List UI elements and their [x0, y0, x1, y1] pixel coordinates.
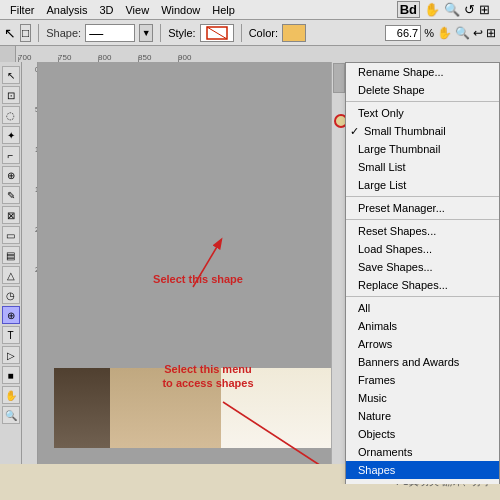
menu-item[interactable]: Rename Shape...: [346, 63, 499, 81]
menu-item[interactable]: Frames: [346, 371, 499, 389]
menu-window[interactable]: Window: [155, 2, 206, 18]
shape-label: Shape:: [46, 27, 81, 39]
main-area: ↖ ⊡ ◌ ✦ ⌐ ⊕ ✎ ⊠ ▭ ▤ △ ◷ ⊕ T ▷ ■ ✋ 🔍 0 50…: [0, 62, 500, 484]
clone-tool[interactable]: ⊠: [2, 206, 20, 224]
ruler-v-250: 250: [22, 264, 37, 304]
menu-item[interactable]: Arrows: [346, 335, 499, 353]
menu-item[interactable]: Replace Shapes...: [346, 276, 499, 294]
ruler-tick-800: 800: [98, 53, 138, 62]
select-icon: ↖: [4, 25, 16, 41]
text-tool[interactable]: T: [2, 326, 20, 344]
ruler-v-50: 50: [22, 104, 37, 144]
zoom-tool[interactable]: 🔍: [2, 406, 20, 424]
menu-separator: [346, 296, 499, 297]
toolbar: ↖ □ Shape: — ▼ Style: Color: % ✋ 🔍 ↩ ⊞: [0, 20, 500, 46]
style-label: Style:: [168, 27, 196, 39]
ruler-row: 700 750 800 850 900: [0, 46, 500, 62]
menu-item[interactable]: Symbols: [346, 479, 499, 484]
menu-separator: [346, 101, 499, 102]
marquee-tool[interactable]: ⊡: [2, 86, 20, 104]
hand-icon: ✋: [424, 2, 440, 17]
menu-item[interactable]: Objects: [346, 425, 499, 443]
fullscreen-icon: ⊞: [479, 2, 490, 17]
menu-item[interactable]: Nature: [346, 407, 499, 425]
zoom-icon: 🔍: [444, 2, 460, 17]
bd-icon: Bd: [397, 1, 420, 18]
menu-analysis[interactable]: Analysis: [40, 2, 93, 18]
menu-item[interactable]: Animals: [346, 317, 499, 335]
zoom-percent: %: [424, 27, 434, 39]
menubar: Filter Analysis 3D View Window Help Bd ✋…: [0, 0, 500, 20]
menu-item[interactable]: Ornaments: [346, 443, 499, 461]
menu-view[interactable]: View: [119, 2, 155, 18]
zoom-nav-icon: ✋: [437, 26, 452, 40]
move-tool[interactable]: ↖: [2, 66, 20, 84]
eyedrop-tool[interactable]: ⊕: [2, 166, 20, 184]
menu-item[interactable]: Load Shapes...: [346, 240, 499, 258]
scrollbar-thumb[interactable]: [333, 63, 345, 93]
brush-tool[interactable]: ✎: [2, 186, 20, 204]
separator-2: [160, 24, 161, 42]
separator-3: [241, 24, 242, 42]
rect-icon: □: [20, 24, 31, 42]
photo-seg-1: [54, 368, 110, 448]
ruler-tick-700: 700: [18, 53, 58, 62]
ruler-tick-900: 900: [178, 53, 218, 62]
separator-1: [38, 24, 39, 42]
eraser-tool[interactable]: ▭: [2, 226, 20, 244]
menu-item[interactable]: Save Shapes...: [346, 258, 499, 276]
menu-item[interactable]: Delete Shape: [346, 81, 499, 99]
magic-wand-tool[interactable]: ✦: [2, 126, 20, 144]
menu-item[interactable]: Large List: [346, 176, 499, 194]
pen-tool[interactable]: ⊕: [2, 306, 20, 324]
shape-dropdown-btn[interactable]: ▼: [139, 24, 153, 42]
dodge-tool[interactable]: ◷: [2, 286, 20, 304]
blur-tool[interactable]: △: [2, 266, 20, 284]
path-tool[interactable]: ▷: [2, 346, 20, 364]
ruler-v-150: 150: [22, 184, 37, 224]
menu-filter[interactable]: Filter: [4, 2, 40, 18]
menu-item[interactable]: Large Thumbnail: [346, 140, 499, 158]
menu-item[interactable]: Banners and Awards: [346, 353, 499, 371]
context-menu: Rename Shape...Delete ShapeText Only✓Sma…: [345, 62, 500, 484]
menu-item[interactable]: Music: [346, 389, 499, 407]
help-icon: ↩: [473, 26, 483, 40]
menu-item[interactable]: All: [346, 299, 499, 317]
crop-tool[interactable]: ⌐: [2, 146, 20, 164]
ruler-corner: [0, 46, 16, 62]
ruler-v-100: 100: [22, 144, 37, 184]
zoom-area: % ✋ 🔍 ↩ ⊞: [385, 25, 496, 41]
menu-3d[interactable]: 3D: [93, 2, 119, 18]
menu-item[interactable]: Small List: [346, 158, 499, 176]
gradient-tool[interactable]: ▤: [2, 246, 20, 264]
zoom-input[interactable]: [385, 25, 421, 41]
ruler-v-ticks: 0 50 100 150 200 250: [22, 62, 37, 304]
ruler-tick-850: 850: [138, 53, 178, 62]
zoom-tool-icon: 🔍: [455, 26, 470, 40]
menu-item[interactable]: ✓Small Thumbnail: [346, 122, 499, 140]
select-shape-annotation: Select this shape: [138, 272, 258, 286]
shape-tool[interactable]: ■: [2, 366, 20, 384]
hand-tool[interactable]: ✋: [2, 386, 20, 404]
select-menu-text: Select this menuto access shapes: [162, 363, 253, 389]
menu-item[interactable]: Shapes: [346, 461, 499, 479]
ruler-horizontal: 700 750 800 850 900: [16, 46, 500, 62]
menu-item[interactable]: Preset Manager...: [346, 199, 499, 217]
menu-separator: [346, 219, 499, 220]
select-menu-annotation: Select this menuto access shapes: [138, 362, 278, 391]
menu-help[interactable]: Help: [206, 2, 241, 18]
menu-separator: [346, 196, 499, 197]
lasso-tool[interactable]: ◌: [2, 106, 20, 124]
svg-line-1: [207, 27, 227, 39]
ruler-v-0: 0: [22, 64, 37, 104]
style-preview-icon: [206, 26, 228, 40]
menu-item[interactable]: Reset Shapes...: [346, 222, 499, 240]
shape-display[interactable]: —: [85, 24, 135, 42]
color-swatch[interactable]: [282, 24, 306, 42]
rotate-icon: ↺: [464, 2, 475, 17]
style-box[interactable]: [200, 24, 234, 42]
canvas-wrapper: ♪♩♫✤✦❊❋✿❁✺☎⊘✪▣◈❖✽❃✾✪⬛⊞⊡❒◉✱❊✤☸◎✈❧✒❦☙✿❀☘✻✼…: [38, 62, 500, 484]
menu-item[interactable]: Text Only: [346, 104, 499, 122]
ruler-ticks: 700 750 800 850 900: [16, 46, 218, 62]
shape-preview: —: [89, 25, 103, 41]
